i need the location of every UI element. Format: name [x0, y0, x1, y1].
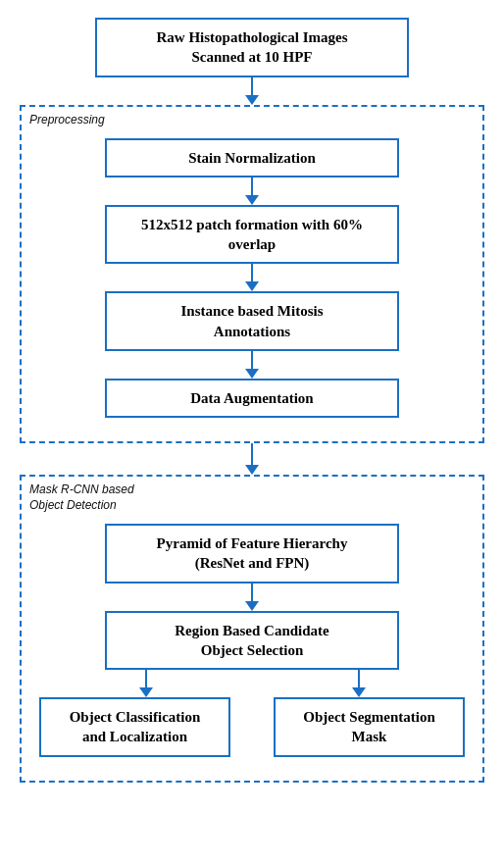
arrow-5	[245, 443, 259, 475]
preprocessing-section: Preprocessing Stain Normalization 512x51…	[20, 105, 484, 444]
candidate-selection-label: Region Based CandidateObject Selection	[175, 623, 329, 658]
arrow-head	[245, 95, 259, 105]
arrow-head-7a	[139, 687, 153, 697]
arrow-head-6	[245, 601, 259, 611]
classification-box: Object Classificationand Localization	[39, 697, 230, 757]
arrow-7b	[352, 670, 366, 697]
annotations-box: Instance based MitosisAnnotations	[105, 291, 399, 351]
flow-diagram: Raw Histopathological ImagesScanned at 1…	[20, 18, 484, 783]
arrow-head-5	[245, 465, 259, 475]
arrow-line-4	[251, 351, 253, 369]
arrow-6	[245, 584, 259, 611]
preprocessing-label: Preprocessing	[29, 113, 105, 128]
arrow-2	[245, 178, 259, 205]
stain-normalization-label: Stain Normalization	[188, 150, 316, 166]
stain-normalization-box: Stain Normalization	[105, 138, 399, 178]
segmentation-box: Object SegmentationMask	[274, 697, 465, 757]
bottom-boxes-row: Object Classificationand Localization Ob…	[39, 697, 465, 757]
arrow-head-4	[245, 369, 259, 379]
arrow-3	[245, 264, 259, 291]
annotations-label: Instance based MitosisAnnotations	[180, 303, 323, 338]
arrow-line-5	[251, 443, 253, 465]
arrow-head-3	[245, 281, 259, 291]
arrow-4	[245, 351, 259, 379]
patch-formation-label: 512x512 patch formation with 60%overlap	[141, 217, 363, 252]
arrow-line-7b	[358, 670, 360, 687]
segmentation-label: Object SegmentationMask	[303, 709, 435, 744]
feature-hierarchy-box: Pyramid of Feature Hierarchy(ResNet and …	[105, 524, 399, 584]
arrow-line-6	[251, 584, 253, 601]
raw-images-box: Raw Histopathological ImagesScanned at 1…	[95, 18, 409, 77]
arrow-head-2	[245, 195, 259, 205]
detection-section: Mask R-CNN basedObject Detection Pyramid…	[20, 475, 484, 783]
data-augmentation-box: Data Augmentation	[105, 379, 399, 418]
arrow-head-7b	[352, 687, 366, 697]
patch-formation-box: 512x512 patch formation with 60%overlap	[105, 205, 399, 265]
raw-images-label: Raw Histopathological ImagesScanned at 1…	[157, 29, 348, 65]
arrow-line	[251, 77, 253, 95]
arrow-7a	[139, 670, 153, 697]
detection-label: Mask R-CNN basedObject Detection	[29, 482, 134, 513]
arrow-line-2	[251, 178, 253, 195]
arrow-line-7a	[145, 670, 147, 687]
arrow-line-3	[251, 264, 253, 281]
classification-label: Object Classificationand Localization	[70, 709, 201, 744]
arrow-1	[245, 77, 259, 105]
data-augmentation-label: Data Augmentation	[190, 390, 313, 406]
feature-hierarchy-label: Pyramid of Feature Hierarchy(ResNet and …	[157, 535, 348, 571]
candidate-selection-box: Region Based CandidateObject Selection	[105, 611, 399, 671]
